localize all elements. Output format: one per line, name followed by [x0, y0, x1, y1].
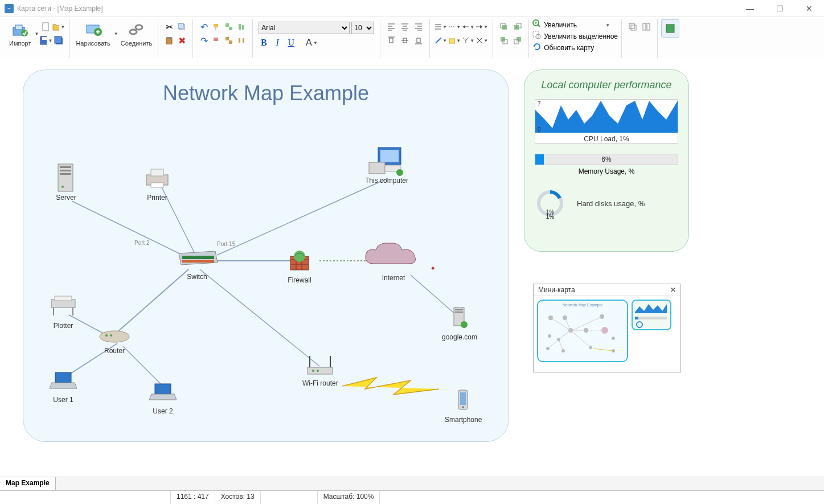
font-color-button[interactable]: A▼ [305, 36, 318, 49]
distribute-button[interactable] [235, 34, 248, 47]
align-bottom[interactable] [412, 34, 425, 47]
smartphone-icon [449, 386, 478, 415]
refresh-icon [532, 42, 542, 54]
disk-gauge: 1% 1% [535, 188, 565, 219]
delete-button[interactable]: ✖ [175, 34, 188, 47]
close-icon[interactable]: ✕ [670, 286, 676, 294]
svg-rect-43 [643, 23, 646, 30]
italic-button[interactable]: I [271, 36, 284, 49]
svg-rect-16 [214, 24, 218, 27]
server-icon [52, 164, 80, 192]
node-server[interactable]: Server [52, 164, 80, 202]
line-dash[interactable]: ▼ [448, 21, 461, 33]
group-button[interactable] [223, 21, 235, 33]
refresh-map-button[interactable]: Обновить карту [532, 42, 594, 54]
node-switch[interactable]: Switch [174, 247, 220, 281]
align-button[interactable] [235, 21, 248, 33]
maximize-button[interactable]: ☐ [769, 1, 790, 17]
copy-button[interactable] [175, 21, 188, 33]
align-middle[interactable] [399, 34, 411, 47]
bold-button[interactable]: B [257, 36, 270, 49]
node-google[interactable]: google.com [442, 304, 477, 341]
zoom-in-icon [532, 19, 542, 31]
underline-button[interactable]: U [285, 36, 297, 49]
line-color[interactable]: ▼ [434, 34, 447, 47]
send-backward[interactable] [511, 34, 524, 47]
align-center[interactable] [399, 21, 411, 33]
window-tile[interactable] [640, 21, 653, 33]
align-right[interactable] [412, 21, 425, 33]
align-left[interactable] [385, 21, 397, 33]
svg-rect-5 [42, 37, 47, 40]
line-weight[interactable]: ▼ [434, 21, 447, 33]
minimap[interactable]: Мини-карта ✕ Network Map Example [533, 284, 681, 372]
fill-color[interactable]: ▼ [448, 34, 461, 47]
zoom-in-button[interactable]: Увеличить ▼ [532, 19, 610, 31]
laptop-icon [149, 378, 177, 406]
status-error-icon: ⬥ [431, 263, 435, 272]
svg-rect-85 [308, 367, 333, 374]
svg-rect-84 [155, 384, 171, 394]
cut-button[interactable]: ✂ [163, 21, 175, 33]
node-user1[interactable]: User 1 [49, 366, 77, 404]
node-smartphone[interactable]: Smartphone [445, 386, 482, 424]
font-size-select[interactable]: 10 [351, 22, 374, 34]
connector-type[interactable]: ▼ [462, 34, 474, 47]
node-plotter[interactable]: Plotter [49, 292, 77, 330]
new-button[interactable] [40, 21, 52, 33]
svg-point-69 [396, 169, 403, 176]
undo-button[interactable]: ↶ [198, 21, 210, 33]
canvas[interactable]: Network Map Example Port 2 Port 15 Serve… [0, 58, 824, 477]
import-button[interactable]: Импорт [7, 19, 33, 48]
cloud-icon [362, 241, 425, 273]
zoom-selection-button[interactable]: Увеличить выделенное [532, 31, 618, 42]
connect-button[interactable]: Соединить [118, 19, 155, 48]
align-top[interactable] [385, 34, 397, 47]
arrow-end[interactable]: ▼ [475, 21, 488, 33]
node-internet[interactable]: Internet ⬥ [362, 241, 425, 282]
performance-panel[interactable]: Local computer performance 7 0 CPU Load,… [524, 69, 689, 252]
node-router[interactable]: Router [97, 326, 132, 355]
clear-format[interactable] [210, 34, 223, 47]
svg-rect-59 [60, 170, 71, 171]
svg-point-98 [601, 327, 608, 334]
svg-line-113 [559, 339, 563, 351]
window-cascade[interactable] [626, 21, 639, 33]
redo-button[interactable]: ↷ [198, 34, 210, 47]
paste-button[interactable] [163, 34, 175, 47]
bring-forward[interactable] [511, 21, 524, 33]
zoom-selection-icon [532, 31, 542, 42]
node-firewall[interactable]: Firewall [285, 247, 314, 284]
save-all-button[interactable] [52, 34, 65, 47]
node-user2[interactable]: User 2 [149, 378, 177, 415]
minimap-body[interactable]: Network Map Example [534, 296, 680, 370]
save-button[interactable]: ▼ [40, 34, 52, 47]
send-back[interactable] [498, 34, 510, 47]
dropdown-icon[interactable]: ▼ [34, 31, 39, 36]
options-button[interactable] [661, 19, 679, 38]
node-wifi[interactable]: Wi-Fi router [302, 352, 338, 387]
arrow-start[interactable]: ▼ [462, 21, 474, 33]
dropdown-icon[interactable]: ▼ [605, 23, 610, 28]
svg-rect-29 [449, 39, 455, 43]
svg-rect-45 [666, 24, 674, 32]
svg-line-111 [559, 330, 571, 339]
bring-front[interactable] [498, 21, 510, 33]
status-hosts: Хостов: 13 [215, 491, 261, 504]
draw-button[interactable]: Нарисовать [73, 19, 112, 48]
font-family-select[interactable]: Arial [259, 22, 350, 34]
node-printer[interactable]: Printer [143, 164, 171, 202]
minimize-button[interactable]: — [740, 1, 760, 17]
close-button[interactable]: ✕ [799, 1, 819, 17]
node-this-computer[interactable]: This computer [365, 147, 408, 185]
open-button[interactable]: ▼ [52, 21, 65, 33]
tab-map-example[interactable]: Map Example [0, 477, 56, 490]
dropdown-icon[interactable]: ▼ [114, 31, 118, 36]
svg-rect-13 [178, 23, 183, 28]
svg-rect-63 [151, 169, 163, 176]
x-style[interactable]: ▼ [475, 34, 488, 47]
format-painter[interactable] [210, 21, 223, 33]
svg-rect-70 [182, 256, 214, 259]
map-panel[interactable]: Network Map Example Port 2 Port 15 Serve… [23, 69, 509, 442]
ungroup-button[interactable] [223, 34, 235, 47]
